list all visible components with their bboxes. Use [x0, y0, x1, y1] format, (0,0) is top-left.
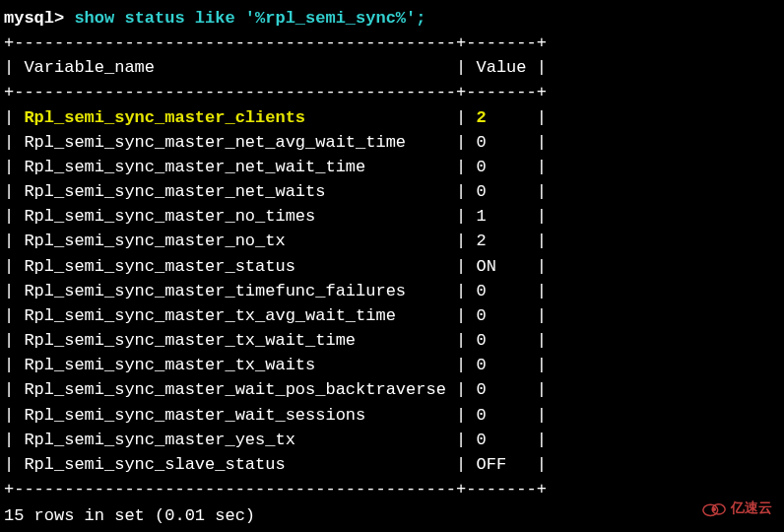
table-row: | Rpl_semi_sync_master_no_times | 1 |	[4, 204, 780, 229]
watermark-text: 亿速云	[731, 498, 772, 518]
value-cell: 0	[477, 431, 527, 449]
variable-name-cell: Rpl_semi_sync_master_yes_tx	[24, 431, 445, 449]
table-row: | Rpl_semi_sync_master_status | ON |	[4, 254, 780, 279]
value-cell: 0	[477, 356, 527, 374]
value-cell: 0	[477, 158, 527, 176]
table-border-top: +---------------------------------------…	[4, 31, 780, 55]
value-cell: 1	[477, 207, 527, 226]
value-cell: 0	[477, 380, 527, 399]
variable-name-cell: Rpl_semi_sync_master_tx_avg_wait_time	[24, 306, 445, 325]
table-row: | Rpl_semi_sync_master_wait_pos_backtrav…	[4, 377, 780, 402]
value-cell: OFF	[477, 455, 527, 474]
variable-name-cell: Rpl_semi_sync_master_net_wait_time	[24, 158, 445, 176]
table-border-header: +---------------------------------------…	[4, 80, 780, 104]
table-row: | Rpl_semi_sync_master_net_waits | 0 |	[4, 179, 780, 204]
table-row: | Rpl_semi_sync_master_net_avg_wait_time…	[4, 130, 780, 155]
value-cell: 2	[477, 108, 527, 127]
variable-name-cell: Rpl_semi_sync_slave_status	[24, 455, 445, 474]
mysql-prompt: mysql>	[4, 9, 64, 28]
variable-name-cell: Rpl_semi_sync_master_tx_waits	[24, 356, 445, 374]
table-row: | Rpl_semi_sync_master_yes_tx | 0 |	[4, 428, 780, 452]
table-row: | Rpl_semi_sync_master_clients | 2 |	[4, 105, 780, 130]
variable-name-cell: Rpl_semi_sync_master_no_times	[24, 207, 445, 226]
variable-name-cell: Rpl_semi_sync_master_timefunc_failures	[24, 282, 445, 300]
variable-name-cell: Rpl_semi_sync_master_wait_sessions	[24, 406, 445, 425]
variable-name-cell: Rpl_semi_sync_master_clients	[24, 108, 445, 127]
variable-name-cell: Rpl_semi_sync_master_net_waits	[24, 182, 445, 201]
value-cell: 0	[477, 306, 527, 325]
sql-command: show status like '%rpl_semi_sync%';	[64, 9, 425, 28]
table-border-bottom: +---------------------------------------…	[4, 477, 780, 501]
value-cell: 2	[477, 232, 527, 250]
value-cell: 0	[477, 406, 527, 425]
variable-name-cell: Rpl_semi_sync_master_net_avg_wait_time	[24, 133, 445, 152]
result-footer: 15 rows in set (0.01 sec)	[4, 503, 780, 528]
svg-point-2	[712, 507, 716, 511]
table-header-row: | Variable_name | Value |	[4, 55, 780, 80]
table-row: | Rpl_semi_sync_master_net_wait_time | 0…	[4, 155, 780, 179]
value-cell: 0	[477, 182, 527, 201]
variable-name-cell: Rpl_semi_sync_master_wait_pos_backtraver…	[24, 380, 445, 399]
value-cell: 0	[477, 331, 527, 350]
value-cell: ON	[477, 257, 527, 276]
table-row: | Rpl_semi_sync_master_no_tx | 2 |	[4, 229, 780, 253]
table-row: | Rpl_semi_sync_master_wait_sessions | 0…	[4, 403, 780, 428]
watermark: 亿速云	[701, 498, 772, 518]
table-row: | Rpl_semi_sync_master_tx_wait_time | 0 …	[4, 328, 780, 353]
table-body: | Rpl_semi_sync_master_clients | 2 || Rp…	[4, 105, 780, 477]
variable-name-cell: Rpl_semi_sync_master_status	[24, 257, 445, 276]
table-row: | Rpl_semi_sync_master_tx_avg_wait_time …	[4, 303, 780, 328]
table-row: | Rpl_semi_sync_slave_status | OFF |	[4, 452, 780, 477]
variable-name-cell: Rpl_semi_sync_master_no_tx	[24, 232, 445, 250]
table-row: | Rpl_semi_sync_master_timefunc_failures…	[4, 279, 780, 303]
value-cell: 0	[477, 133, 527, 152]
table-row: | Rpl_semi_sync_master_tx_waits | 0 |	[4, 353, 780, 377]
cloud-icon	[701, 499, 727, 517]
mysql-command-line: mysql> show status like '%rpl_semi_sync%…	[4, 6, 780, 31]
variable-name-cell: Rpl_semi_sync_master_tx_wait_time	[24, 331, 445, 350]
value-cell: 0	[477, 282, 527, 300]
